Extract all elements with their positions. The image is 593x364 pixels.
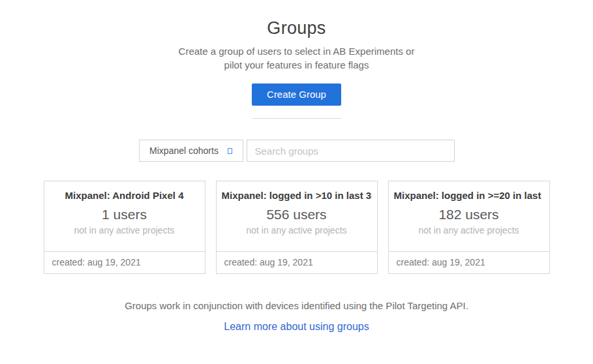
group-card[interactable]: Mixpanel: logged in >10 in last 30 ... 5… [216,181,378,274]
filter-controls: Mixpanel cohorts [0,140,593,162]
cohort-source-dropdown-value: Mixpanel cohorts [149,145,219,156]
group-cards-row: Mixpanel: Android Pixel 4 1 users not in… [0,181,593,274]
group-card-main: Mixpanel: Android Pixel 4 1 users not in… [44,181,205,251]
group-card-projects-note: not in any active projects [50,225,200,235]
page-title: Groups [0,18,593,38]
learn-more-link[interactable]: Learn more about using groups [224,321,369,333]
group-card-user-count: 556 users [222,207,372,222]
group-card-title: Mixpanel: Android Pixel 4 [50,190,200,201]
group-card-title: Mixpanel: logged in >=20 in last 30... [394,190,544,201]
page-footer: Groups work in conjunction with devices … [0,300,593,333]
group-card[interactable]: Mixpanel: Android Pixel 4 1 users not in… [44,181,205,274]
group-card-created-date: created: aug 19, 2021 [44,251,205,273]
group-card-title: Mixpanel: logged in >10 in last 30 ... [222,190,372,201]
page-subtitle-line-1: Create a group of users to select in AB … [0,44,593,58]
search-groups-input[interactable] [247,140,455,162]
group-card[interactable]: Mixpanel: logged in >=20 in last 30... 1… [388,181,550,274]
dropdown-caret-icon [228,148,232,154]
group-card-user-count: 182 users [394,207,544,222]
page-subtitle-line-2: pilot your features in feature flags [0,58,593,72]
groups-page: Groups Create a group of users to select… [0,0,593,364]
group-card-created-date: created: aug 19, 2021 [217,251,377,273]
group-card-projects-note: not in any active projects [222,225,372,235]
group-card-user-count: 1 users [50,207,200,222]
cohort-source-dropdown[interactable]: Mixpanel cohorts [139,140,243,162]
group-card-main: Mixpanel: logged in >10 in last 30 ... 5… [217,181,377,251]
group-card-main: Mixpanel: logged in >=20 in last 30... 1… [389,181,549,251]
header-divider [252,118,342,119]
page-header: Groups Create a group of users to select… [0,0,593,72]
create-group-button[interactable]: Create Group [252,83,341,106]
group-card-projects-note: not in any active projects [394,225,544,235]
group-card-created-date: created: aug 19, 2021 [389,251,549,273]
create-group-button-row: Create Group [0,83,593,106]
footer-note: Groups work in conjunction with devices … [0,300,593,311]
